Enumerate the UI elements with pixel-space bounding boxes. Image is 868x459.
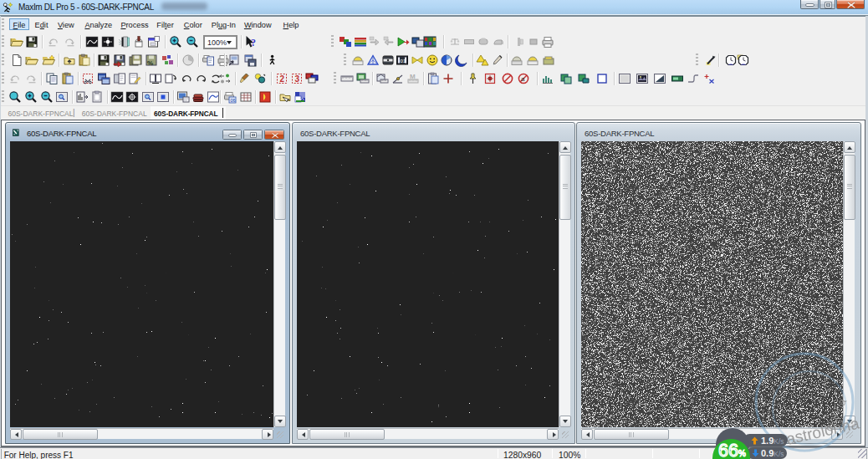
svg-text:?: ? [251, 37, 256, 48]
svg-text:3: 3 [295, 74, 300, 84]
svg-text:%: % [147, 59, 153, 67]
svg-text:01: 01 [401, 59, 406, 64]
svg-text:06: 06 [230, 98, 235, 103]
svg-text:a: a [521, 75, 525, 83]
svg-text:2: 2 [280, 74, 285, 84]
